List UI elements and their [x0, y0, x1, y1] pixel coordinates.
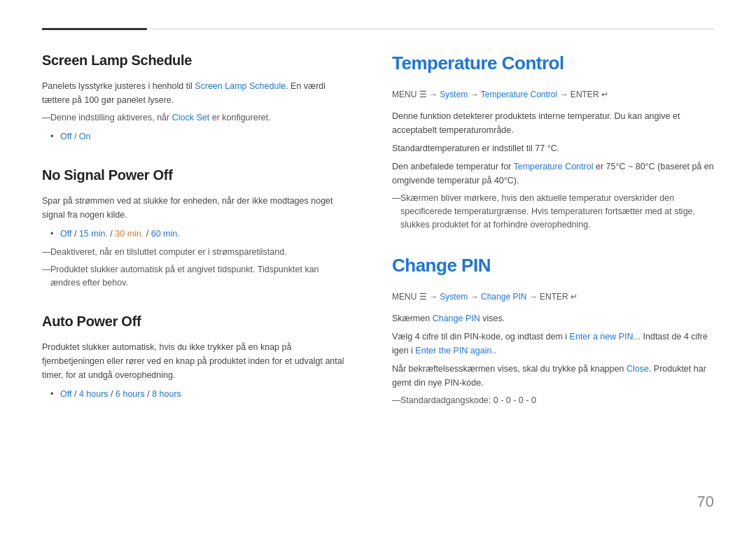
- screen-lamp-schedule-link: Screen Lamp Schedule: [195, 81, 286, 91]
- 6hours-link: 6 hours: [115, 389, 145, 399]
- auto-power-off-bullet-1: Off / 4 hours / 6 hours / 8 hours: [50, 388, 350, 401]
- screen-lamp-bullets: Off / On: [42, 130, 350, 143]
- change-pin-section: Change PIN MENU ☰ → System → Change PIN …: [392, 252, 714, 407]
- left-column: Screen Lamp Schedule Panelets lysstyrke …: [42, 50, 350, 428]
- screen-lamp-schedule-para: Panelets lysstyrke justeres i henhold ti…: [42, 79, 350, 107]
- no-signal-dash-2: Produktet slukker automatisk på et angiv…: [42, 263, 350, 290]
- 4hours-link: 4 hours: [79, 389, 108, 399]
- screen-lamp-bullet-1: Off / On: [50, 130, 350, 143]
- pin-dash-1: Standardadgangskode: 0 - 0 - 0 - 0: [392, 394, 714, 407]
- auto-power-off-section: Auto Power Off Produktet slukker automat…: [42, 311, 350, 401]
- pin-para-3: Når bekræftelsesskærmen vises, skal du t…: [392, 362, 714, 390]
- no-signal-para: Spar på strømmen ved at slukke for enhed…: [42, 194, 350, 222]
- screen-lamp-schedule-heading: Screen Lamp Schedule: [42, 50, 350, 71]
- 8hours-link: 8 hours: [152, 389, 181, 399]
- enter-pin-again-link: Enter the PIN again..: [415, 346, 496, 356]
- system-link-tc: System: [440, 90, 468, 99]
- 15min-link: 15 min.: [79, 229, 108, 239]
- clock-set-link: Clock Set: [172, 113, 210, 122]
- pin-para-1: Skærmen Change PIN vises.: [392, 311, 714, 325]
- system-link-cp: System: [440, 292, 468, 302]
- page-number: 70: [697, 490, 714, 513]
- no-signal-section: No Signal Power Off Spar på strømmen ved…: [42, 164, 350, 290]
- change-pin-link: Change PIN: [481, 292, 526, 302]
- 60min-link: 60 min.: [151, 229, 180, 239]
- change-pin-heading: Change PIN: [392, 252, 714, 279]
- 30min-link: 30 min.: [115, 229, 144, 239]
- top-divider: [42, 28, 714, 30]
- no-signal-bullets: Off / 15 min. / 30 min. / 60 min.: [42, 227, 350, 241]
- no-signal-dash-1: Deaktiveret, når en tilsluttet computer …: [42, 246, 350, 259]
- auto-power-off-bullets: Off / 4 hours / 6 hours / 8 hours: [42, 388, 350, 401]
- change-pin-inline-link: Change PIN: [433, 314, 480, 323]
- enter-new-pin-link: Enter a new PIN..: [570, 332, 638, 342]
- temperature-control-heading: Temperature Control: [392, 50, 714, 77]
- change-pin-menu-path: MENU ☰ → System → Change PIN → ENTER ↵: [392, 290, 714, 303]
- temp-para-2: Standardtemperaturen er indstillet til 7…: [392, 141, 714, 155]
- close-link: Close: [626, 364, 649, 374]
- off-link-apo: Off: [60, 389, 71, 399]
- temperature-control-link: Temperature Control: [481, 90, 557, 99]
- content-wrapper: Screen Lamp Schedule Panelets lysstyrke …: [42, 50, 714, 428]
- off-link-ns: Off: [60, 229, 71, 239]
- temp-para-3: Den anbefalede temperatur for Temperatur…: [392, 160, 714, 188]
- pin-para-2: Vælg 4 cifre til din PIN-kode, og indtas…: [392, 330, 714, 358]
- off-on-link: Off / On: [60, 132, 91, 141]
- temp-dash-1: Skærmen bliver mørkere, hvis den aktuell…: [392, 192, 714, 231]
- auto-power-off-heading: Auto Power Off: [42, 311, 350, 332]
- temperature-control-inline-link: Temperature Control: [514, 162, 594, 171]
- auto-power-off-para: Produktet slukker automatisk, hvis du ik…: [42, 340, 350, 382]
- screen-lamp-schedule-section: Screen Lamp Schedule Panelets lysstyrke …: [42, 50, 350, 143]
- temp-para-1: Denne funktion detekterer produktets int…: [392, 109, 714, 137]
- screen-lamp-dash-1: Denne indstilling aktiveres, når Clock S…: [42, 111, 350, 125]
- temperature-control-section: Temperature Control MENU ☰ → System → Te…: [392, 50, 714, 231]
- no-signal-heading: No Signal Power Off: [42, 164, 350, 185]
- no-signal-bullet-1: Off / 15 min. / 30 min. / 60 min.: [50, 227, 350, 241]
- divider-right: [153, 29, 714, 29]
- divider-left: [42, 28, 147, 30]
- temperature-control-menu-path: MENU ☰ → System → Temperature Control → …: [392, 88, 714, 101]
- right-column: Temperature Control MENU ☰ → System → Te…: [392, 50, 714, 428]
